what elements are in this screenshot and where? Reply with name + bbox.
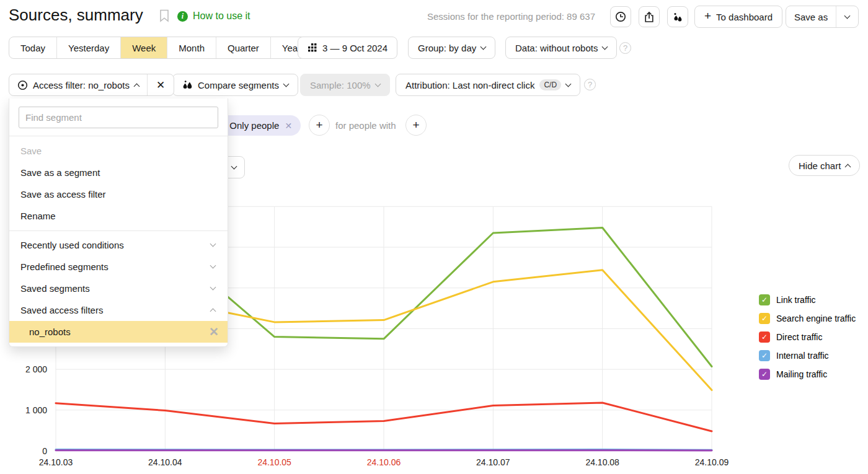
svg-text:24.10.07: 24.10.07 bbox=[476, 457, 510, 467]
chevron-up-icon bbox=[845, 164, 851, 170]
saved-filter-row-no-robots[interactable]: no_robots ✕ bbox=[9, 321, 228, 343]
section-recently-used-conditions[interactable]: Recently used conditions bbox=[9, 234, 228, 256]
section-predefined-segments[interactable]: Predefined segments bbox=[9, 256, 228, 278]
menu-item-save-as-a-segment[interactable]: Save as a segment bbox=[9, 162, 228, 183]
access-filter-button[interactable]: Access filter: no_robots bbox=[9, 74, 147, 95]
dropdown-sections: Recently used conditionsPredefined segme… bbox=[9, 231, 228, 321]
legend-item-link-traffic[interactable]: ✓Link traffic bbox=[759, 294, 856, 306]
segment-search-wrap bbox=[9, 99, 228, 136]
svg-text:24.10.04: 24.10.04 bbox=[148, 457, 182, 467]
legend-label: Direct traffic bbox=[776, 332, 822, 342]
legend-item-internal-traffic[interactable]: ✓Internal traffic bbox=[759, 349, 856, 362]
section-label: Recently used conditions bbox=[20, 240, 124, 250]
target-icon bbox=[17, 80, 28, 90]
legend-label: Link traffic bbox=[776, 295, 816, 305]
for-people-with-label: for people with bbox=[335, 120, 396, 131]
add-condition-button[interactable]: + bbox=[309, 115, 330, 136]
delete-filter-icon[interactable]: ✕ bbox=[209, 325, 219, 339]
chevron-down-icon bbox=[210, 263, 216, 269]
svg-text:1 000: 1 000 bbox=[25, 405, 47, 415]
access-filter-label: Access filter: no_robots bbox=[33, 80, 130, 90]
remove-tag-icon[interactable]: ✕ bbox=[285, 121, 292, 131]
legend-item-direct-traffic[interactable]: ✓Direct traffic bbox=[759, 331, 856, 343]
svg-text:24.10.06: 24.10.06 bbox=[367, 457, 401, 467]
section-saved-segments[interactable]: Saved segments bbox=[9, 278, 228, 299]
svg-text:24.10.09: 24.10.09 bbox=[695, 457, 729, 467]
legend-item-search-engine-traffic[interactable]: ✓Search engine traffic bbox=[759, 312, 856, 325]
legend-checkbox[interactable]: ✓ bbox=[759, 369, 770, 380]
saved-filter-label: no_robots bbox=[29, 327, 71, 337]
menu-item-rename[interactable]: Rename bbox=[9, 205, 228, 227]
chevron-down-icon bbox=[231, 163, 237, 169]
chevron-down-icon bbox=[210, 241, 216, 247]
find-segment-input[interactable] bbox=[19, 107, 218, 128]
sources-summary-page: 01 0002 00024.10.0324.10.0424.10.0524.10… bbox=[0, 0, 868, 474]
svg-text:24.10.05: 24.10.05 bbox=[257, 457, 291, 467]
section-label: Saved segments bbox=[20, 283, 90, 294]
legend-label: Search engine traffic bbox=[776, 314, 856, 323]
svg-text:24.10.08: 24.10.08 bbox=[585, 457, 619, 467]
hide-chart-button[interactable]: Hide chart bbox=[789, 155, 860, 176]
access-filter-group: Access filter: no_robots ✕ bbox=[9, 74, 174, 96]
legend-label: Internal traffic bbox=[776, 351, 829, 361]
svg-text:2 000: 2 000 bbox=[25, 364, 47, 374]
chevron-up-icon bbox=[210, 309, 216, 315]
menu-item-save-as-access-filter[interactable]: Save as access filter bbox=[9, 183, 228, 205]
legend-checkbox[interactable]: ✓ bbox=[759, 331, 770, 343]
segment-dropdown-panel: SaveSave as a segmentSave as access filt… bbox=[9, 99, 228, 347]
section-saved-access-filters[interactable]: Saved access filters bbox=[9, 299, 228, 321]
dropdown-actions: SaveSave as a segmentSave as access filt… bbox=[9, 136, 228, 230]
section-label: Saved access filters bbox=[20, 305, 103, 315]
add-people-condition-button[interactable]: + bbox=[405, 115, 427, 136]
chevron-down-icon bbox=[210, 284, 216, 291]
legend-checkbox[interactable]: ✓ bbox=[759, 294, 770, 305]
legend-label: Mailing traffic bbox=[776, 369, 827, 379]
chevron-up-icon bbox=[133, 83, 140, 89]
segment-tag-label: : Only people bbox=[224, 120, 279, 131]
legend-item-mailing-traffic[interactable]: ✓Mailing traffic bbox=[759, 368, 856, 380]
hide-chart-label: Hide chart bbox=[799, 160, 841, 171]
svg-text:24.10.03: 24.10.03 bbox=[39, 457, 73, 467]
menu-item-save: Save bbox=[9, 140, 228, 162]
section-label: Predefined segments bbox=[20, 261, 108, 272]
access-filter-clear-button[interactable]: ✕ bbox=[148, 74, 174, 95]
chart-legend: ✓Link traffic✓Search engine traffic✓Dire… bbox=[759, 294, 856, 387]
legend-checkbox[interactable]: ✓ bbox=[759, 313, 770, 324]
svg-text:0: 0 bbox=[42, 446, 47, 456]
legend-checkbox[interactable]: ✓ bbox=[759, 350, 770, 361]
